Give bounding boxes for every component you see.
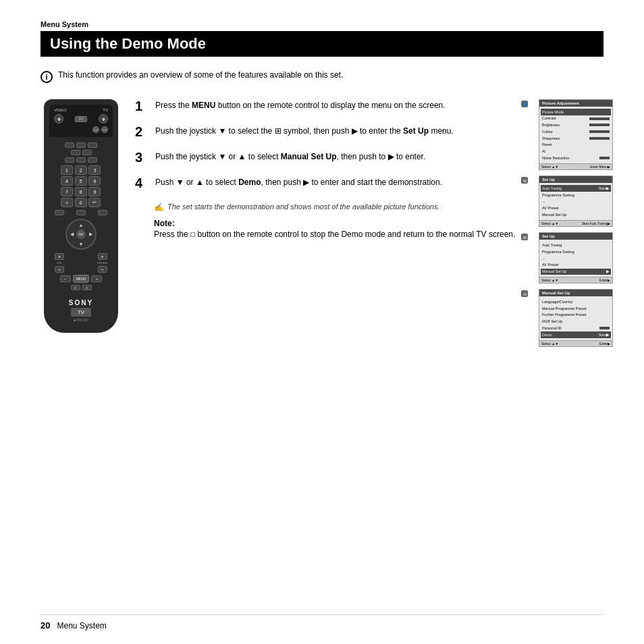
num-prev[interactable]: ↩ [88,198,101,207]
screen-thumb-2: Set Up Auto TuningStart▶ Programme Sorti… [539,176,613,227]
btn-8[interactable] [88,157,97,163]
screen-3-footer: Select ▲▼Enter▶ [539,277,612,283]
num-2[interactable]: 2 [75,165,87,175]
screen-3-row-3: AV Preset [542,262,610,269]
screen-2-body: Auto TuningStart▶ Programme Sorting ... … [539,183,612,220]
btn-5[interactable] [82,150,92,155]
screen-1-row-2: Brightness [542,122,610,129]
step-1-number: 1 [135,99,149,113]
special-btn-1[interactable] [55,210,64,215]
screen-3-row-0: Auto Tuning [542,242,610,248]
screen-1-row-3: Colour [542,128,610,135]
btn-1[interactable] [65,142,74,148]
prog-down[interactable]: − [98,266,107,273]
num-4[interactable]: 4 [61,176,73,186]
vol-up[interactable]: + [55,253,64,260]
bottom-btn-2[interactable]: ⊕ [82,285,92,290]
small-btns-row3 [52,157,110,163]
menu-button[interactable]: MENU [73,275,90,283]
num-5[interactable]: 5 [75,176,87,186]
screen-4-body: Language/Country Manual Programme Preset… [539,296,612,340]
vol-col: + VOL − [55,253,64,273]
num-7[interactable]: 7 [61,187,73,196]
num-6[interactable]: 6 [88,176,101,186]
screen-thumb-2-wrapper: ⊞ Set Up Auto TuningStart▶ Programme Sor… [529,176,603,227]
step-3-number: 3 [135,151,149,164]
screen-2-row-1: Programme Sorting [542,192,610,198]
num-8[interactable]: 8 [75,187,87,196]
screen-2-row-3: AV Preset [542,205,610,212]
tv-label: TV [103,108,108,112]
special-btn-2[interactable] [76,210,86,215]
screen-4-header: Manual Set Up [539,290,612,296]
step-3: 3 Push the joystick ▼ or ▲ to select Man… [135,151,516,164]
screen-4-row-5: DemoStart▶ [541,331,611,338]
btn-2[interactable] [76,142,86,148]
io-btn-1[interactable]: I/Ψ [92,126,99,133]
vol-prog-row: + VOL − + PROGR − [52,253,110,273]
joy-down[interactable]: ▼ [76,239,86,248]
screen-1-footer: Select ▲▼Enter Menu▶ [539,163,612,169]
screen-1-row-5: Reset [542,142,610,149]
title-bar: Using the Demo Mode [41,31,603,57]
remote-mid: 1 2 3 4 5 6 7 8 9 + 0 ↩ [49,140,113,295]
vol-down[interactable]: − [55,266,64,273]
joy-ok[interactable]: OK [76,230,86,239]
special-btn-3[interactable] [98,210,107,215]
num-1[interactable]: 1 [61,165,73,175]
remote-labels: VIDEO TV [53,108,109,112]
num-3[interactable]: 3 [88,165,101,175]
screen-thumb-4: Manual Set Up Language/Country Manual Pr… [539,289,613,347]
joy-left[interactable]: ◀ [67,230,76,239]
tv-box: TV [71,308,91,317]
num-plus[interactable]: + [61,198,73,207]
screen-1-row-7: Noise Reduction [542,155,610,162]
joy-up[interactable]: ▲ [76,220,86,230]
joystick[interactable]: ▲ ◀ OK ▶ ▼ [65,219,97,250]
power-tv-button[interactable]: ⏻ [99,114,108,124]
io-btn-2[interactable]: I/O [101,126,108,133]
prog-label: PROGR [97,261,107,265]
bottom-btn-1[interactable]: ⊖ [71,285,80,290]
extra-btn[interactable]: ⊕ [91,275,102,282]
screen-4-row-2: Further Programme Preset [542,312,610,319]
remote-top: VIDEO TV ⏻ I/O ⏻ I/Ψ I/O [49,105,113,137]
num-0[interactable]: 0 [75,198,87,207]
bottom-row: ⊖ ⊕ [52,285,110,290]
info-icon: i [41,71,53,83]
return-btn[interactable]: ↩ [60,275,71,282]
screen-thumb-3: Set Up Auto Tuning Programme Sorting ...… [539,232,613,284]
step-2: 2 Push the joystick ▼ to select the ⊞ sy… [135,125,516,138]
joy-top-left [67,220,76,230]
screen-1-body: Picture Mode Contrast Brightness Colour … [539,107,612,163]
screen-3-row-1: Programme Sorting [542,248,610,255]
btn-3[interactable] [88,142,97,148]
screens-area: 👤 Picture Adjustment Picture Mode Contra… [529,99,603,347]
prog-up[interactable]: + [98,253,107,260]
btn-7[interactable] [76,157,86,163]
remote-power-row: ⏻ I/O ⏻ [53,114,109,124]
screen-thumb-3-wrapper: ⊞ Set Up Auto Tuning Programme Sorting .… [529,232,603,284]
screen-icon-3: ⊞ [521,234,528,240]
btn-6[interactable] [65,157,74,163]
small-btns-row1 [52,142,110,148]
btn-4[interactable] [71,150,80,155]
page-footer: 20 Menu System [41,614,603,630]
power-button[interactable]: ⏻ [54,114,63,124]
screen-4-row-3: RGB Set Up [542,319,610,325]
joy-right[interactable]: ▶ [86,230,95,239]
num-9[interactable]: 9 [88,187,101,196]
remote-control: VIDEO TV ⏻ I/O ⏻ I/Ψ I/O [44,99,118,333]
prog-col: + PROGR − [97,253,107,273]
note-label: Note: [154,219,516,228]
steps-area: 1 Press the MENU button on the remote co… [135,99,516,347]
screen-3-row-4: Manual Set Up▶ [541,269,611,275]
info-row: i This function provides an overview of … [41,70,603,83]
content-area: VIDEO TV ⏻ I/O ⏻ I/Ψ I/O [41,99,603,347]
screen-4-row-4: Personal ID [542,325,610,332]
sony-logo: SONY [49,299,113,306]
step-1: 1 Press the MENU button on the remote co… [135,99,516,113]
vol-label: VOL [57,261,62,265]
input-button[interactable]: I/O [75,116,87,122]
menu-area: ↩ MENU ⊕ [52,275,110,283]
